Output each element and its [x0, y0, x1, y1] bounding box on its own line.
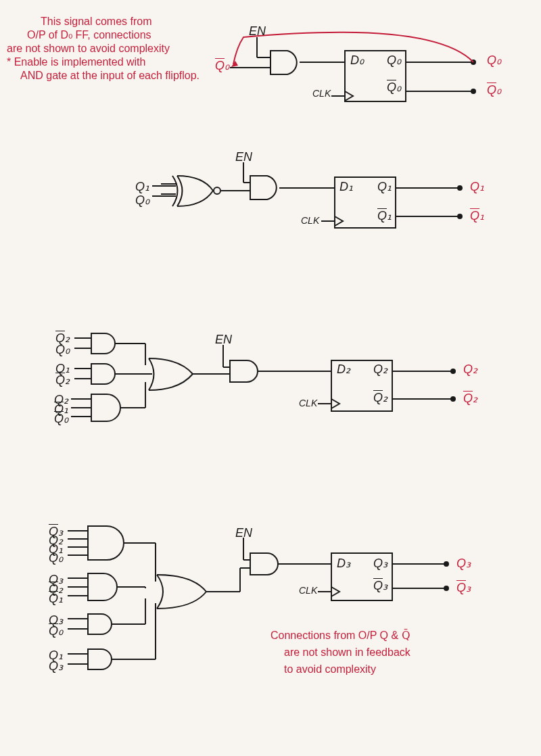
out-q1: Q₁: [470, 179, 484, 194]
out-q3: Q₃: [456, 556, 471, 571]
ff3-q: Q₃: [373, 556, 387, 571]
out-q0bar: Q₀: [487, 82, 501, 97]
ff0-q: Q₀: [387, 53, 401, 68]
s3-g3-in2: Q₀: [49, 623, 63, 638]
svg-point-46: [451, 397, 455, 401]
svg-point-14: [214, 187, 220, 194]
s2-g2-in2: Q₂: [55, 373, 70, 387]
ff1-qbar: Q₁: [377, 208, 392, 223]
note-bottom-2: are not shown in feedback: [284, 646, 410, 660]
ff3-d: D₃: [337, 556, 350, 571]
s2-g1-in2: Q₀: [55, 342, 70, 357]
clk-2: CLK: [299, 398, 317, 408]
en-label-0: EN: [249, 24, 266, 39]
ff1-d: D₁: [339, 179, 353, 194]
input-q0-s1: Q₀: [135, 193, 149, 208]
clk-3: CLK: [299, 585, 317, 596]
out-q2bar: Q₂: [463, 391, 477, 406]
s2-g3-in3: Q₀: [54, 411, 68, 426]
ff2-qbar: Q₂: [373, 390, 387, 405]
input-q0bar: Q₀: [215, 58, 229, 73]
out-q2: Q₂: [463, 362, 477, 377]
en-label-3: EN: [235, 526, 252, 540]
s3-g1-in4: Q₀: [49, 550, 63, 565]
input-q1: Q₁: [135, 179, 149, 194]
svg-point-24: [458, 214, 462, 218]
clk-0: CLK: [312, 88, 331, 99]
en-label-1: EN: [235, 150, 252, 164]
svg-point-44: [451, 369, 455, 373]
out-q0: Q₀: [487, 53, 501, 68]
en-label-2: EN: [215, 333, 232, 347]
svg-point-75: [444, 562, 448, 566]
ff0-d: D₀: [350, 53, 364, 68]
svg-point-22: [458, 186, 462, 190]
ff3-qbar: Q₃: [373, 578, 387, 593]
svg-point-77: [444, 586, 448, 590]
note-bottom-1: Connections from O/P Q & Q̄: [270, 629, 410, 643]
out-q3bar: Q₃: [456, 580, 471, 595]
ff0-qbar: Q₀: [387, 80, 401, 95]
svg-point-9: [471, 89, 475, 93]
out-q1bar: Q₁: [470, 208, 484, 223]
ff1-q: Q₁: [377, 179, 392, 194]
s3-g4-in2: Q₃: [49, 659, 63, 674]
ff2-d: D₂: [337, 362, 350, 377]
clk-1: CLK: [301, 215, 319, 226]
note-bottom-3: to avoid complexity: [284, 663, 376, 677]
ff2-q: Q₂: [373, 362, 387, 377]
s3-g2-in3: Q₁: [49, 591, 63, 606]
